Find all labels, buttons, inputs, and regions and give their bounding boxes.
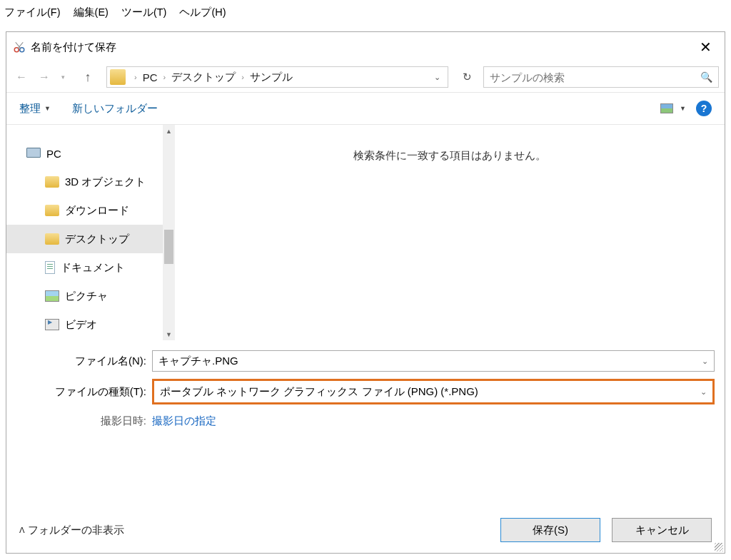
picture-icon <box>45 290 59 302</box>
menu-edit[interactable]: 編集(E) <box>74 6 109 18</box>
view-mode-button[interactable]: ▼ <box>660 103 686 113</box>
folder-icon <box>45 176 59 188</box>
hide-folders-toggle[interactable]: ᐱ フォルダーの非表示 <box>19 524 124 537</box>
search-icon[interactable]: 🔍 <box>700 71 712 83</box>
nav-up-button[interactable]: ↑ <box>79 68 96 86</box>
tree-root-pc[interactable]: PC <box>6 139 175 168</box>
tree-item-downloads[interactable]: ダウンロード <box>6 196 175 225</box>
caret-down-icon: ▼ <box>44 105 51 112</box>
filetype-label: ファイルの種類(T): <box>16 385 152 399</box>
nav-row: ← → ▾ ↑ › PC › デスクトップ › サンプル ⌄ ↻ 🔍 <box>6 62 725 92</box>
picture-icon <box>660 103 673 113</box>
crumb-desktop[interactable]: デスクトップ <box>170 71 237 84</box>
save-as-dialog: 名前を付けて保存 ✕ ← → ▾ ↑ › PC › デスクトップ › サンプル … <box>6 31 725 554</box>
new-folder-button[interactable]: 新しいフォルダー <box>72 102 158 116</box>
tree-item-documents[interactable]: ドキュメント <box>6 253 175 282</box>
tree-label: ピクチャ <box>65 290 108 303</box>
form-area: ファイル名(N): キャプチャ.PNG ⌄ ファイルの種類(T): ポータブル … <box>6 340 725 428</box>
folder-tree[interactable]: PC 3D オブジェクト ダウンロード デスクトップ ドキュメント <box>6 125 175 340</box>
folder-icon <box>45 205 59 216</box>
filetype-highlight: ポータブル ネットワーク グラフィックス ファイル (PNG) (*.PNG) … <box>152 379 715 404</box>
date-taken-link[interactable]: 撮影日の指定 <box>152 414 216 427</box>
folder-icon <box>110 69 126 85</box>
menu-file[interactable]: ファイル(F) <box>4 6 61 18</box>
dialog-title: 名前を付けて保存 <box>31 41 692 54</box>
tree-label: ダウンロード <box>65 204 129 218</box>
toolbar: 整理▼ 新しいフォルダー ▼ ? <box>6 92 725 125</box>
tree-item-desktop[interactable]: デスクトップ <box>6 225 175 253</box>
search-box[interactable]: 🔍 <box>483 66 719 88</box>
tree-item-pictures[interactable]: ピクチャ <box>6 282 175 310</box>
tree-label: ビデオ <box>65 318 97 332</box>
filetype-select[interactable]: ポータブル ネットワーク グラフィックス ファイル (PNG) (*.PNG) … <box>154 381 712 402</box>
tree-scrollbar[interactable]: ▲ ▼ <box>163 125 175 340</box>
snipping-tool-icon <box>12 40 26 54</box>
save-button[interactable]: 保存(S) <box>500 518 600 542</box>
nav-forward-button[interactable]: → <box>35 68 54 86</box>
dropdown-icon[interactable]: ⌄ <box>700 387 707 397</box>
refresh-button[interactable]: ↻ <box>455 71 479 83</box>
nav-back-button[interactable]: ← <box>12 68 31 86</box>
filename-input[interactable]: キャプチャ.PNG ⌄ <box>152 350 715 372</box>
tree-label: ドキュメント <box>61 261 125 275</box>
body-row: PC 3D オブジェクト ダウンロード デスクトップ ドキュメント <box>6 125 725 340</box>
close-button[interactable]: ✕ <box>692 36 719 58</box>
help-button[interactable]: ? <box>696 101 712 116</box>
filename-label: ファイル名(N): <box>16 355 152 368</box>
empty-message: 検索条件に一致する項目はありません。 <box>353 149 546 340</box>
crumb-sep-icon: › <box>237 73 248 81</box>
search-input[interactable] <box>490 71 700 83</box>
scroll-down-icon[interactable]: ▼ <box>163 328 175 340</box>
title-bar: 名前を付けて保存 ✕ <box>6 32 725 62</box>
folder-icon <box>45 233 59 245</box>
scroll-up-icon[interactable]: ▲ <box>163 125 175 137</box>
pc-icon <box>26 148 41 159</box>
resize-grip[interactable] <box>715 543 723 551</box>
crumb-pc[interactable]: PC <box>141 71 159 83</box>
app-menubar[interactable]: ファイル(F) 編集(E) ツール(T) ヘルプ(H) <box>0 0 731 26</box>
chevron-up-icon: ᐱ <box>19 526 25 535</box>
tree-label: デスクトップ <box>65 233 129 246</box>
tree-item-videos[interactable]: ビデオ <box>6 310 175 339</box>
caret-down-icon: ▼ <box>680 105 686 112</box>
video-icon <box>45 319 59 330</box>
date-taken-label: 撮影日時: <box>16 414 152 428</box>
crumb-sample[interactable]: サンプル <box>248 71 294 84</box>
tree-item-3d[interactable]: 3D オブジェクト <box>6 168 175 196</box>
address-dropdown[interactable]: ⌄ <box>430 73 445 82</box>
cancel-button[interactable]: キャンセル <box>612 518 712 542</box>
dialog-footer: ᐱ フォルダーの非表示 保存(S) キャンセル <box>6 507 725 553</box>
document-icon <box>45 261 55 274</box>
menu-help[interactable]: ヘルプ(H) <box>179 6 226 18</box>
nav-recent-dropdown[interactable]: ▾ <box>58 68 68 86</box>
dropdown-icon[interactable]: ⌄ <box>702 357 708 366</box>
scroll-thumb[interactable] <box>164 230 173 264</box>
address-bar[interactable]: › PC › デスクトップ › サンプル ⌄ <box>106 66 448 88</box>
crumb-sep-icon: › <box>159 73 171 81</box>
menu-tool[interactable]: ツール(T) <box>121 6 167 18</box>
crumb-sep-icon: › <box>130 73 141 81</box>
tree-label: PC <box>46 148 61 160</box>
organize-button[interactable]: 整理▼ <box>19 102 51 116</box>
file-list-pane: 検索条件に一致する項目はありません。 <box>175 125 725 340</box>
tree-label: 3D オブジェクト <box>65 175 146 189</box>
